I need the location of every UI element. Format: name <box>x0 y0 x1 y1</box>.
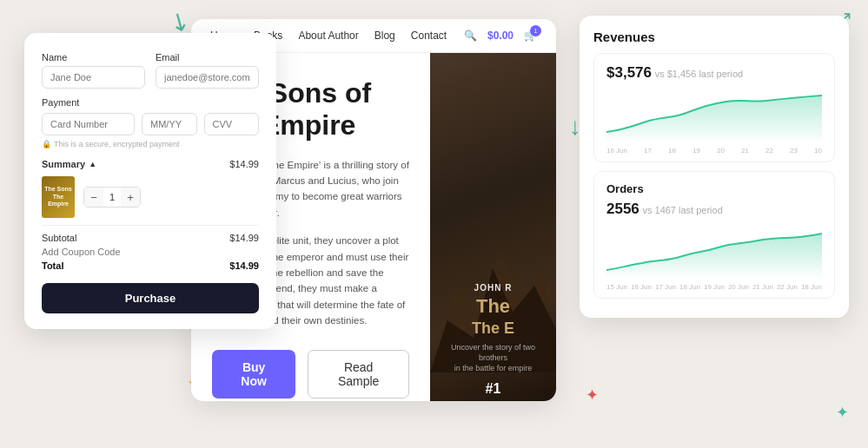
search-icon[interactable]: 🔍 <box>464 30 477 42</box>
cart-badge: 1 <box>530 25 541 36</box>
chevron-up-icon: ▲ <box>89 160 96 168</box>
book-buttons: Buy Now Read Sample <box>212 350 409 399</box>
summary-label: Summary ▲ <box>42 159 96 169</box>
read-sample-button[interactable]: Read Sample <box>308 350 409 399</box>
revenue-vs: vs $1,456 last period <box>655 69 744 79</box>
expiry-input[interactable] <box>142 113 197 135</box>
summary-item: The Sons The Empire − 1 + <box>42 176 259 218</box>
cart-icon-wrap[interactable]: 🛒 1 <box>524 30 537 42</box>
coupon-link[interactable]: Add Coupon Code <box>42 247 121 257</box>
name-label: Name <box>42 52 145 63</box>
revenue-chart-labels: 16 Jun 17 18 19 20 21 22 23 10 <box>606 147 822 155</box>
qty-decrease-button[interactable]: − <box>84 188 103 207</box>
name-input[interactable] <box>42 66 145 89</box>
payment-label: Payment <box>42 97 259 108</box>
revenue-stat: $3,576 vs $1,456 last period <box>606 64 822 82</box>
nav-contact[interactable]: Contact <box>411 30 447 42</box>
book-cover-panel: JOHN R TheThe E Uncover the story of two… <box>430 53 556 401</box>
card-number-input[interactable] <box>42 113 135 135</box>
qty-increase-button[interactable]: + <box>121 188 140 207</box>
coupon-row: Add Coupon Code <box>42 247 259 257</box>
subtotal-row: Subtotal $14.99 <box>42 233 259 243</box>
orders-vs: vs 1467 last period <box>642 205 722 215</box>
email-label: Email <box>156 52 259 63</box>
cvv-input[interactable] <box>204 113 260 135</box>
orders-title: Orders <box>606 182 822 195</box>
revenue-chart-card: $3,576 vs $1,456 last period 16 Jun 17 1… <box>593 53 835 162</box>
quantity-control: − 1 + <box>83 187 141 208</box>
revenue-amount: $3,576 <box>606 64 652 81</box>
purchase-button[interactable]: Purchase <box>42 283 259 313</box>
orders-amount: 2556 <box>606 201 639 217</box>
revenue-chart-svg <box>606 89 822 141</box>
book-cover-image: JOHN R TheThe E Uncover the story of two… <box>430 53 556 401</box>
nav-actions: 🔍 $0.00 🛒 1 <box>464 30 537 42</box>
analytics-card: Revenues $3,576 vs $1,456 last period 16… <box>580 16 849 318</box>
orders-chart-svg <box>606 225 822 277</box>
nav-blog[interactable]: Blog <box>374 30 395 42</box>
orders-chart-labels: 15 Jun 16 Jun 17 Jun 18 Jun 19 Jun 20 Ju… <box>606 283 822 291</box>
lock-icon: 🔒 <box>42 140 51 148</box>
book-thumbnail: The Sons The Empire <box>42 176 75 218</box>
email-input[interactable] <box>156 66 259 89</box>
cross-deco-1: ✦ <box>586 385 599 405</box>
cover-rank: #1 <box>439 381 547 397</box>
checkout-card: Name Email Payment 🔒 This is a secure, e… <box>24 33 276 329</box>
total-row: Total $14.99 <box>42 260 259 271</box>
nav-about[interactable]: About Author <box>298 30 358 42</box>
cross-deco-2: ✦ <box>836 403 849 422</box>
analytics-title: Revenues <box>593 30 835 44</box>
cover-author-text: JOHN R <box>439 283 547 293</box>
nav-cart-price: $0.00 <box>487 30 514 42</box>
summary-price: $14.99 <box>229 159 259 169</box>
secure-note-text: This is a secure, encrypted payment <box>54 140 180 148</box>
orders-stat: 2556 vs 1467 last period <box>606 201 822 218</box>
summary-divider <box>42 225 259 226</box>
buy-now-button[interactable]: Buy Now <box>212 350 295 399</box>
qty-value: 1 <box>103 192 121 202</box>
orders-chart-card: Orders 2556 vs 1467 last period 15 Jun 1… <box>593 171 835 299</box>
